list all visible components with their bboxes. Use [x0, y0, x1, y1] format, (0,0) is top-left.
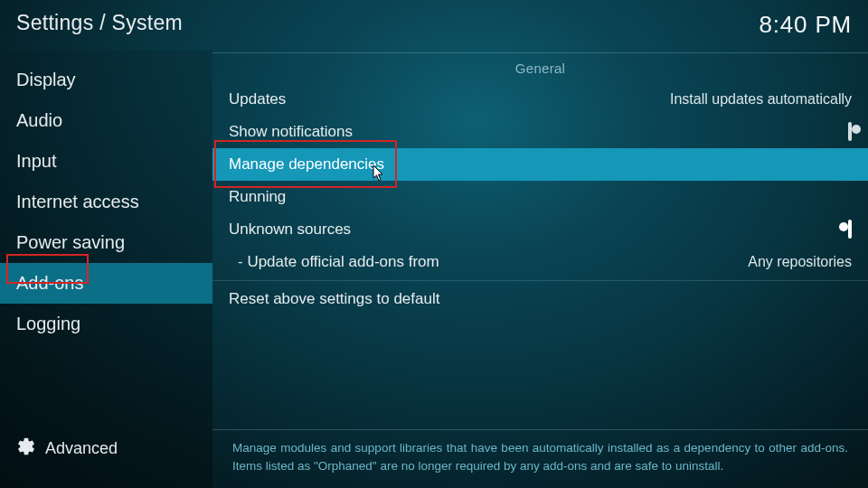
settings-level-label: Advanced [45, 439, 118, 458]
row-unknown-sources[interactable]: Unknown sources [212, 213, 868, 246]
row-unknown-sources-label: Unknown sources [229, 221, 848, 239]
sidebar: Display Audio Input Internet access Powe… [0, 51, 212, 488]
toggle-unknown-sources[interactable] [848, 221, 852, 238]
row-manage-dependencies-label: Manage dependencies [229, 155, 852, 174]
row-running-label: Running [229, 188, 852, 206]
sidebar-item-input[interactable]: Input [0, 141, 212, 182]
content-panel: General Updates Install updates automati… [212, 51, 868, 488]
section-header-general: General [212, 53, 868, 83]
row-updates-value: Install updates automatically [670, 91, 852, 108]
row-reset-defaults-label: Reset above settings to default [229, 290, 852, 308]
row-updates[interactable]: Updates Install updates automatically [212, 83, 868, 116]
row-update-official[interactable]: Update official add-ons from Any reposit… [212, 246, 868, 278]
row-manage-dependencies[interactable]: Manage dependencies [212, 148, 868, 181]
sidebar-item-logging[interactable]: Logging [0, 304, 212, 344]
settings-level-button[interactable]: Advanced [0, 420, 212, 488]
row-update-official-label: Update official add-ons from [229, 253, 748, 271]
gear-icon [16, 436, 36, 461]
row-updates-label: Updates [229, 90, 670, 108]
row-show-notifications-label: Show notifications [229, 123, 848, 141]
clock: 8:40 PM [760, 11, 852, 39]
sidebar-item-audio[interactable]: Audio [0, 100, 212, 141]
row-update-official-value: Any repositories [748, 254, 852, 270]
sidebar-item-power-saving[interactable]: Power saving [0, 222, 212, 263]
row-running[interactable]: Running [212, 181, 868, 213]
breadcrumb: Settings / System [16, 11, 183, 35]
sidebar-item-internet-access[interactable]: Internet access [0, 182, 212, 222]
toggle-show-notifications[interactable] [848, 124, 852, 140]
sidebar-item-display[interactable]: Display [0, 60, 212, 100]
row-show-notifications[interactable]: Show notifications [212, 116, 868, 148]
sidebar-item-add-ons[interactable]: Add-ons [0, 263, 212, 304]
help-text: Manage modules and support libraries tha… [212, 429, 868, 489]
row-reset-defaults[interactable]: Reset above settings to default [212, 283, 868, 315]
